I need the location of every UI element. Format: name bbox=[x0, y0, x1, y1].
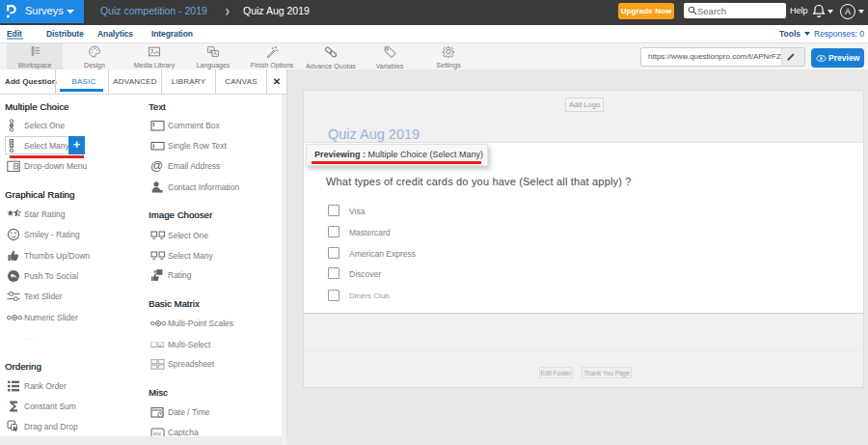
svg-text:xca: xca bbox=[152, 431, 161, 436]
svg-text:@: @ bbox=[150, 159, 163, 173]
svg-text:☐☑: ☐☑ bbox=[150, 341, 164, 349]
